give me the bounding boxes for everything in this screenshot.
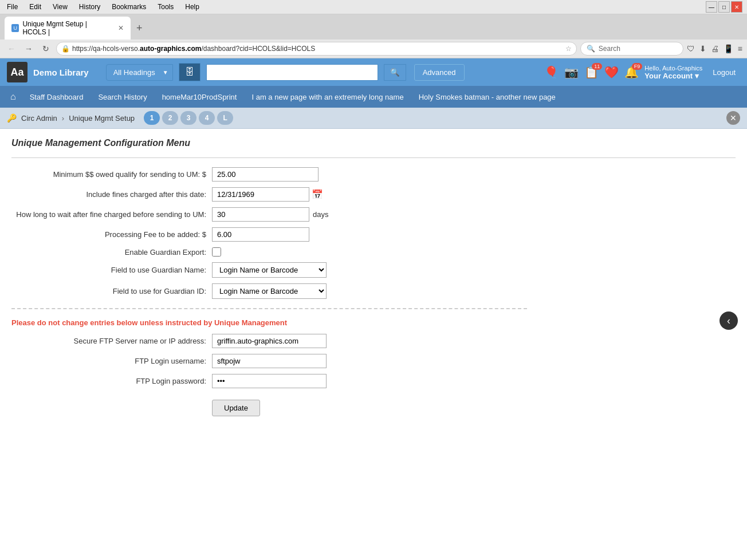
step-2-button[interactable]: 2 — [162, 111, 178, 125]
form-section: Minimum $$ owed qualify for sending to U… — [11, 167, 527, 416]
pocket-icon[interactable]: 📱 — [724, 44, 733, 53]
step-4-button[interactable]: 4 — [199, 111, 215, 125]
logout-button[interactable]: Logout — [708, 66, 740, 79]
menu-icon[interactable]: ≡ — [738, 44, 742, 53]
title-divider — [11, 157, 736, 158]
processing-fee-input[interactable] — [212, 227, 309, 242]
update-row: Update — [212, 395, 527, 416]
include-fines-input[interactable] — [212, 187, 309, 202]
ftp-password-row: FTP Login password: — [11, 374, 527, 388]
close-breadcrumb-button[interactable]: ✕ — [726, 111, 740, 125]
menu-view[interactable]: View — [50, 2, 70, 12]
url-input[interactable]: 🔒 https://qa-hcols-verso.auto-graphics.c… — [56, 42, 577, 56]
ftp-password-label: FTP Login password: — [11, 377, 212, 385]
your-account-dropdown[interactable]: Your Account ▾ — [644, 72, 702, 80]
browser-search-placeholder: Search — [599, 45, 620, 53]
ftp-username-input[interactable] — [212, 354, 327, 368]
calendar-icon[interactable]: 📅 — [312, 189, 323, 200]
guardian-name-select[interactable]: Login Name or Barcode Login Name Barcode… — [212, 262, 327, 278]
processing-fee-row: Processing Fee to be added: $ — [11, 227, 527, 242]
back-button[interactable]: ← — [5, 42, 18, 56]
refresh-button[interactable]: ↻ — [39, 42, 53, 56]
heading-dropdown[interactable]: All Headings Title Author Subject — [106, 64, 173, 81]
how-long-row: How long to wait after fine charged befo… — [11, 207, 527, 222]
menu-edit[interactable]: Edit — [27, 2, 44, 12]
step-l-button[interactable]: L — [217, 111, 233, 125]
menu-file[interactable]: File — [5, 2, 20, 12]
enable-guardian-label: Enable Guardian Export: — [11, 248, 212, 257]
account-info: Hello, Auto-Graphics Your Account ▾ — [644, 65, 702, 80]
print-icon[interactable]: 🖨 — [711, 44, 719, 53]
minimize-button[interactable]: — — [706, 1, 717, 13]
ftp-server-input[interactable] — [212, 334, 327, 348]
library-name: Demo Library — [33, 68, 89, 77]
balloon-icon[interactable]: 🎈 — [544, 65, 559, 79]
menu-history[interactable]: History — [77, 2, 103, 12]
menu-tools[interactable]: Tools — [155, 2, 176, 12]
menu-bookmarks[interactable]: Bookmarks — [109, 2, 148, 12]
guardian-id-select[interactable]: Login Name or Barcode Login Name Barcode… — [212, 283, 327, 299]
nav-homemar10[interactable]: homeMar10ProdSprint — [155, 87, 244, 107]
warning-divider — [11, 308, 527, 309]
nav-staff-dashboard[interactable]: Staff Dashboard — [23, 87, 91, 107]
database-icon[interactable]: 🗄 — [179, 63, 200, 81]
how-long-label: How long to wait after fine charged befo… — [11, 210, 212, 219]
menu-help[interactable]: Help — [183, 2, 202, 12]
heart-icon[interactable]: ❤️ — [604, 65, 619, 79]
active-tab[interactable]: U Unique Mgmt Setup | HCOLS | ✕ — [5, 17, 131, 40]
bell-badge: F9 — [632, 63, 643, 70]
breadcrumb-unique-mgmt[interactable]: Unique Mgmt Setup — [69, 114, 135, 123]
guardian-id-label: Field to use for Guardian ID: — [11, 287, 212, 295]
breadcrumb-circ-admin[interactable]: Circ Admin — [21, 114, 57, 123]
step-3-button[interactable]: 3 — [180, 111, 196, 125]
home-button[interactable]: ⌂ — [5, 86, 22, 108]
maximize-button[interactable]: □ — [718, 1, 730, 13]
update-button[interactable]: Update — [212, 400, 260, 416]
enable-guardian-row: Enable Guardian Export: — [11, 247, 527, 257]
ftp-username-label: FTP Login username: — [11, 357, 212, 365]
nav-holy-smokes[interactable]: Holy Smokes batman - another new page — [412, 87, 563, 107]
header-right: 🎈 📷 📋 11 ❤️ 🔔 F9 Hello, Auto-Graphic — [544, 65, 740, 80]
key-icon: 🔑 — [7, 113, 17, 123]
bell-icon[interactable]: 🔔 F9 — [624, 65, 639, 79]
include-fines-label: Include fines charged after this date: — [11, 190, 212, 199]
ftp-username-row: FTP Login username: — [11, 354, 527, 368]
tab-bar: U Unique Mgmt Setup | HCOLS | ✕ + — [0, 14, 747, 40]
forward-button[interactable]: → — [22, 42, 36, 56]
hello-text: Hello, Auto-Graphics — [644, 65, 702, 72]
step-1-button[interactable]: 1 — [144, 111, 160, 125]
ftp-server-row: Secure FTP Server name or IP address: — [11, 334, 527, 348]
advanced-search-button[interactable]: Advanced — [414, 64, 465, 81]
warning-text: Please do not change entries below unles… — [11, 318, 527, 327]
page-title: Unique Management Configuration Menu — [11, 138, 736, 148]
download-icon[interactable]: ⬇ — [699, 44, 706, 53]
list-badge: 11 — [592, 63, 602, 70]
account-chevron-icon: ▾ — [695, 72, 699, 80]
catalog-search-button[interactable]: 🔍 — [384, 64, 406, 81]
url-bar: ← → ↻ 🔒 https://qa-hcols-verso.auto-grap… — [0, 40, 747, 58]
days-label: days — [313, 210, 328, 219]
min-owed-row: Minimum $$ owed qualify for sending to U… — [11, 167, 527, 182]
scroll-back-button[interactable]: ‹ — [720, 311, 738, 330]
how-long-input[interactable] — [212, 207, 309, 222]
close-tab-button[interactable]: ✕ — [118, 24, 124, 32]
breadcrumb-bar: 🔑 Circ Admin › Unique Mgmt Setup 1 2 3 4… — [0, 108, 747, 129]
toolbar-icons: 🛡 ⬇ 🖨 📱 ≡ — [687, 44, 742, 53]
shield-icon[interactable]: 🛡 — [687, 44, 695, 53]
library-logo: Aa — [7, 62, 27, 82]
browser-search-box[interactable]: 🔍 Search — [580, 42, 683, 56]
list-icon[interactable]: 📋 11 — [584, 65, 599, 79]
url-text: https://qa-hcols-verso.auto-graphics.com… — [72, 45, 315, 53]
enable-guardian-checkbox[interactable] — [212, 247, 221, 257]
catalog-search-input[interactable] — [206, 64, 378, 81]
camera-icon[interactable]: 📷 — [564, 65, 579, 79]
new-tab-button[interactable]: + — [133, 22, 146, 34]
nav-search-history[interactable]: Search History — [91, 87, 154, 107]
nav-new-page-long[interactable]: I am a new page with an extremely long n… — [245, 87, 410, 107]
min-owed-input[interactable] — [212, 167, 319, 182]
menu-bar: File Edit View History Bookmarks Tools H… — [0, 0, 747, 14]
step-buttons: 1 2 3 4 L — [144, 111, 233, 125]
close-button[interactable]: ✕ — [731, 1, 742, 13]
ftp-password-input[interactable] — [212, 374, 327, 388]
ftp-server-label: Secure FTP Server name or IP address: — [11, 337, 212, 345]
